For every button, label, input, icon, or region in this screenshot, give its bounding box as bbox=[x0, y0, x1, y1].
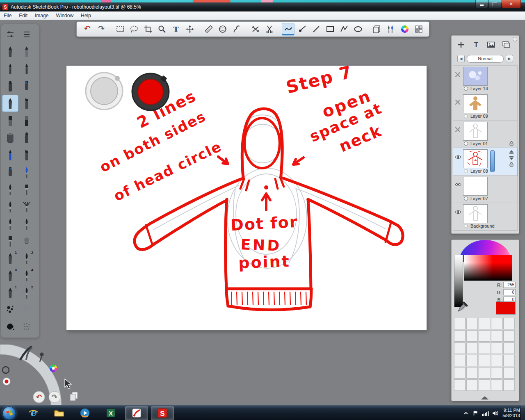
add-layer-button[interactable] bbox=[457, 40, 466, 49]
taskbar-button-paint-app[interactable] bbox=[125, 406, 148, 420]
hidden-eye-icon[interactable] bbox=[455, 100, 461, 105]
tool-crop[interactable] bbox=[142, 23, 154, 36]
swatch-cell[interactable] bbox=[491, 318, 502, 329]
swatch-cell[interactable] bbox=[466, 355, 478, 366]
network-icon[interactable] bbox=[482, 411, 489, 416]
brush-item[interactable] bbox=[19, 181, 34, 198]
tool-move[interactable] bbox=[183, 23, 196, 36]
panel-collapse-arrow[interactable] bbox=[481, 396, 488, 399]
cursor-icon[interactable] bbox=[65, 379, 71, 389]
brush-item[interactable] bbox=[19, 164, 34, 180]
brush-item[interactable] bbox=[2, 78, 18, 94]
taskbar-button-windows-explorer[interactable] bbox=[48, 406, 71, 420]
menu-item-image[interactable]: Image bbox=[31, 11, 52, 20]
close-button[interactable]: ✕ bbox=[502, 0, 521, 8]
layer-radio[interactable] bbox=[464, 196, 468, 201]
layer-reorder-controls[interactable] bbox=[507, 150, 516, 167]
undo-button[interactable]: ↶ bbox=[33, 391, 45, 403]
brush-item[interactable] bbox=[19, 233, 34, 249]
brush-item[interactable] bbox=[2, 199, 18, 215]
layer-radio[interactable] bbox=[464, 142, 468, 146]
grayscale-strip[interactable] bbox=[454, 255, 463, 307]
current-color-swatch[interactable] bbox=[496, 301, 516, 315]
brush-item[interactable] bbox=[19, 61, 34, 77]
tool-redo[interactable]: ↷ bbox=[95, 23, 107, 36]
redo-button[interactable]: ↷ bbox=[49, 391, 60, 403]
brush-item[interactable] bbox=[2, 216, 18, 232]
action-center-flag-icon[interactable] bbox=[473, 411, 478, 416]
swatch-cell[interactable] bbox=[479, 330, 490, 342]
brush-item[interactable] bbox=[2, 26, 18, 43]
tool-draw-curve[interactable] bbox=[282, 23, 294, 36]
brush-item[interactable] bbox=[19, 302, 34, 318]
tool-text[interactable]: T bbox=[169, 23, 182, 36]
tool-ellipse-guide[interactable] bbox=[216, 23, 229, 36]
layer-scrollbar[interactable] bbox=[490, 150, 495, 172]
taskbar-button-excel[interactable]: X bbox=[99, 406, 122, 420]
taskbar-button-media-player[interactable] bbox=[73, 406, 96, 420]
hidden-icons-button[interactable] bbox=[463, 411, 469, 415]
show-desktop-button[interactable] bbox=[521, 405, 525, 420]
tool-draw-rectangle[interactable] bbox=[324, 23, 336, 36]
taskbar-button-internet-explorer[interactable]: e bbox=[22, 406, 45, 420]
circle-tool-icon[interactable] bbox=[2, 367, 9, 373]
text-layer-button[interactable]: T bbox=[472, 40, 481, 49]
saturation-value-picker[interactable] bbox=[464, 255, 512, 281]
hidden-eye-icon[interactable] bbox=[455, 72, 461, 77]
brush-item[interactable] bbox=[2, 233, 18, 249]
tool-color-wheel-toggle[interactable] bbox=[398, 23, 411, 36]
swatch-cell[interactable] bbox=[454, 355, 466, 366]
brush-item[interactable] bbox=[19, 319, 34, 336]
tool-rect-select[interactable] bbox=[114, 23, 126, 36]
current-color-dot[interactable] bbox=[3, 378, 10, 385]
pages-icon[interactable] bbox=[70, 392, 78, 401]
swatch-cell[interactable] bbox=[479, 379, 490, 391]
swatch-cell[interactable] bbox=[503, 379, 515, 391]
hidden-eye-icon[interactable] bbox=[455, 127, 461, 132]
swatch-cell[interactable] bbox=[491, 379, 502, 391]
brush-item[interactable]: 1 bbox=[2, 285, 18, 301]
swatch-cell[interactable] bbox=[503, 355, 515, 366]
tool-draw-stroke[interactable] bbox=[296, 23, 308, 36]
color-puck-red[interactable] bbox=[132, 73, 169, 110]
menu-item-help[interactable]: Help bbox=[77, 11, 95, 20]
maximize-button[interactable] bbox=[488, 0, 501, 8]
brush-item[interactable] bbox=[2, 319, 18, 336]
brush-item[interactable] bbox=[19, 199, 34, 215]
blend-prev-button[interactable]: ◀ bbox=[457, 55, 465, 62]
channel-value[interactable]: 0 bbox=[503, 289, 516, 295]
layer-row-layer-08[interactable]: Layer 08 bbox=[453, 148, 517, 176]
eye-icon[interactable] bbox=[455, 182, 461, 187]
swatch-cell[interactable] bbox=[491, 355, 502, 366]
eye-icon[interactable] bbox=[455, 210, 461, 215]
menu-item-window[interactable]: Window bbox=[52, 11, 77, 20]
swatch-cell[interactable] bbox=[466, 379, 478, 391]
taskbar-clock[interactable]: 9:11 PM 5/8/2013 bbox=[502, 408, 520, 418]
brush-item[interactable] bbox=[2, 43, 18, 60]
tool-french-curve[interactable] bbox=[230, 23, 243, 36]
brush-item[interactable] bbox=[2, 164, 18, 180]
tool-symmetry[interactable] bbox=[249, 23, 262, 36]
tool-ruler[interactable] bbox=[202, 23, 215, 36]
swatch-cell[interactable] bbox=[466, 342, 478, 354]
brush-item[interactable] bbox=[2, 130, 18, 146]
titlebar[interactable]: S Autodesk SketchBook Pro - robothoodiel… bbox=[0, 2, 525, 11]
tool-draw-ellipse[interactable] bbox=[352, 23, 364, 36]
brush-item[interactable] bbox=[19, 43, 34, 60]
menu-item-edit[interactable]: Edit bbox=[15, 11, 31, 20]
swatch-cell[interactable] bbox=[491, 367, 502, 379]
brush-item[interactable]: 4 bbox=[19, 267, 34, 284]
start-button[interactable] bbox=[2, 406, 16, 420]
swatch-cell[interactable] bbox=[454, 318, 466, 329]
tool-draw-polyline[interactable] bbox=[338, 23, 350, 36]
tool-brush-panel-toggle[interactable] bbox=[384, 23, 397, 36]
brush-item[interactable] bbox=[2, 112, 18, 129]
tool-swatches-toggle[interactable] bbox=[412, 23, 425, 36]
swatch-cell[interactable] bbox=[479, 318, 490, 329]
brush-item[interactable]: 2 bbox=[19, 250, 34, 267]
volume-icon[interactable] bbox=[493, 411, 499, 416]
brush-item[interactable] bbox=[2, 181, 18, 198]
tool-layers-panel-toggle[interactable] bbox=[370, 23, 383, 36]
swatch-cell[interactable] bbox=[479, 367, 490, 379]
swatch-cell[interactable] bbox=[466, 318, 478, 329]
